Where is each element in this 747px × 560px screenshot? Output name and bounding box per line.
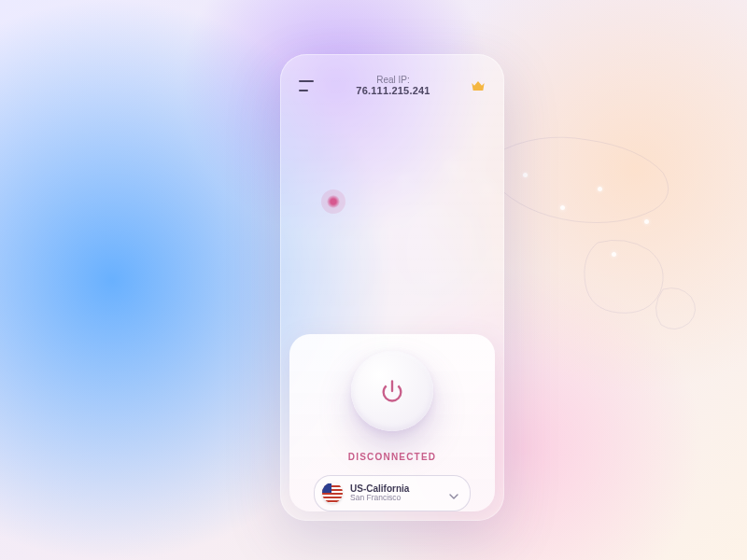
- server-selector[interactable]: US-California San Francisco: [314, 475, 471, 511]
- connection-status: DISCONNECTED: [348, 452, 436, 462]
- map-node: [612, 252, 616, 257]
- ip-display: Real IP: 76.111.215.241: [356, 75, 430, 96]
- map-node: [644, 219, 649, 224]
- map-node: [560, 205, 565, 210]
- connection-panel: DISCONNECTED US-California San Francisco: [289, 334, 495, 511]
- map-node: [598, 187, 602, 191]
- power-icon: [379, 378, 405, 404]
- svg-rect-6: [322, 497, 343, 498]
- menu-icon[interactable]: [299, 80, 316, 91]
- svg-rect-7: [322, 500, 343, 502]
- crown-icon[interactable]: [471, 79, 486, 92]
- header: Real IP: 76.111.215.241: [280, 54, 504, 96]
- connect-button[interactable]: [351, 351, 433, 431]
- server-city: San Francisco: [350, 494, 442, 503]
- current-location-marker: [327, 195, 340, 208]
- server-text: US-California San Francisco: [350, 483, 442, 503]
- map-area: [280, 96, 504, 339]
- map-node: [523, 173, 528, 177]
- ip-label: Real IP:: [356, 75, 430, 85]
- ip-value: 76.111.215.241: [356, 85, 430, 96]
- flag-icon: [322, 483, 343, 503]
- app-frame: Real IP: 76.111.215.241 DISCONNECTED: [280, 54, 504, 521]
- svg-rect-8: [322, 483, 331, 493]
- chevron-down-icon: [449, 488, 458, 497]
- svg-rect-5: [322, 493, 343, 495]
